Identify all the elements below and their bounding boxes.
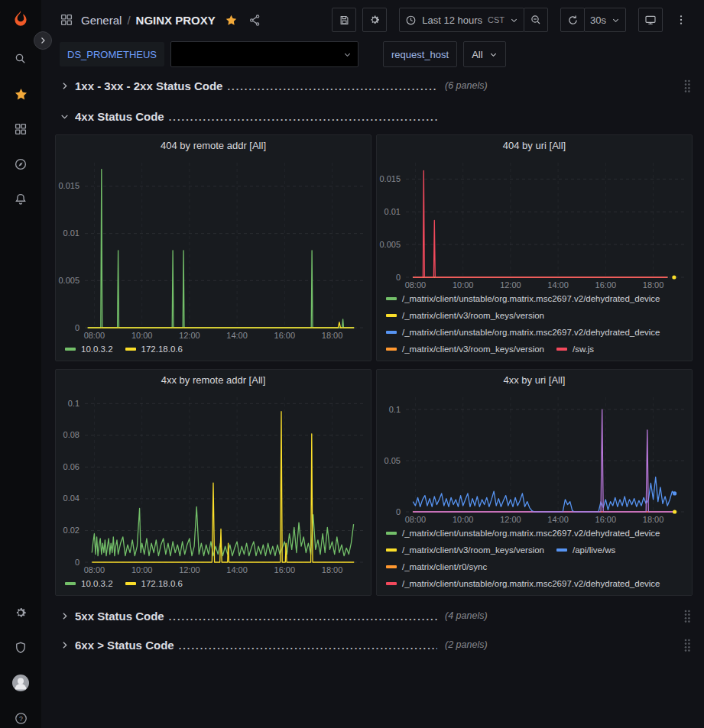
chart-svg[interactable]: 00.020.040.060.080.108:0010:0012:0014:00… (56, 391, 371, 575)
legend-item[interactable]: /sw.js (556, 341, 594, 358)
svg-text:14:00: 14:00 (226, 331, 248, 340)
user-avatar[interactable] (5, 669, 36, 697)
starred-icon[interactable] (5, 80, 36, 108)
main-area: General / NGINX PROXY (41, 0, 704, 655)
svg-text:08:00: 08:00 (405, 280, 427, 290)
chart-svg[interactable]: 00.050.108:0010:0012:0014:0016:0018:00 (377, 391, 692, 525)
save-dashboard-button[interactable] (332, 8, 356, 32)
legend-swatch (386, 297, 397, 300)
svg-text:0: 0 (75, 323, 79, 332)
row-4xx[interactable]: 4xx Status Code ........................… (55, 105, 693, 127)
chevron-right-icon (60, 640, 70, 650)
apps-grid-icon[interactable] (60, 13, 73, 27)
legend-swatch (556, 348, 567, 351)
legend-item[interactable]: /_matrix/client/v3/room_keys/version (386, 307, 544, 324)
breadcrumb-section[interactable]: General (81, 14, 122, 27)
refresh-button[interactable] (560, 8, 585, 32)
panel-title[interactable]: 4xx by uri [All] (377, 370, 692, 391)
alerting-bell-icon[interactable] (5, 186, 36, 213)
request-host-variable-label: request_host (383, 41, 457, 67)
svg-text:0.04: 0.04 (63, 493, 79, 503)
legend-item[interactable]: 172.18.0.6 (125, 575, 183, 592)
legend-item[interactable]: /_matrix/client/unstable/org.matrix.msc2… (386, 324, 660, 341)
chart-svg[interactable]: 00.0050.010.01508:0010:0012:0014:0016:00… (56, 157, 371, 341)
legend-item[interactable]: /_matrix/client/v3/room_keys/version (386, 341, 544, 358)
svg-text:14:00: 14:00 (226, 565, 248, 574)
legend-item[interactable]: 10.0.3.2 (65, 341, 113, 358)
leader-dots: ........................................… (227, 81, 437, 92)
admin-shield-icon[interactable] (5, 634, 36, 662)
legend-swatch (386, 348, 397, 351)
chevron-down-icon (343, 50, 352, 59)
legend-label: /_matrix/client/unstable/org.matrix.msc2… (402, 575, 660, 592)
favorite-star-icon[interactable] (225, 14, 238, 27)
svg-text:0.08: 0.08 (63, 430, 79, 439)
svg-text:0: 0 (75, 558, 79, 567)
svg-text:14:00: 14:00 (547, 280, 569, 290)
legend: 10.0.3.2172.18.0.6 (56, 575, 371, 595)
explore-compass-icon[interactable] (5, 150, 36, 178)
row-drag-handle[interactable] (683, 638, 691, 652)
dashboards-icon[interactable] (5, 115, 36, 143)
svg-text:18:00: 18:00 (322, 565, 343, 574)
legend-item[interactable]: 172.18.0.6 (125, 341, 183, 358)
tv-mode-button[interactable] (638, 8, 663, 32)
legend-item[interactable]: 10.0.3.2 (65, 575, 113, 592)
legend-item[interactable]: /_matrix/client/unstable/org.matrix.msc2… (386, 575, 660, 592)
legend-item[interactable]: /api/live/ws (556, 542, 615, 558)
legend-swatch (386, 565, 397, 568)
svg-text:16:00: 16:00 (595, 280, 617, 290)
row-1xx-3xx-2xx[interactable]: 1xx - 3xx - 2xx Status Code ............… (55, 75, 693, 96)
grafana-logo[interactable] (9, 8, 32, 31)
panel-title[interactable]: 404 by remote addr [All] (56, 135, 371, 157)
legend-item[interactable]: /_matrix/client/unstable/org.matrix.msc2… (386, 525, 660, 542)
chevron-right-icon (60, 611, 70, 621)
svg-text:0.005: 0.005 (379, 240, 401, 249)
legend-swatch (65, 348, 76, 351)
row-5xx[interactable]: 5xx Status Code ........................… (55, 605, 693, 626)
row-6xx[interactable]: 6xx > Status Code ......................… (55, 634, 693, 655)
panel-2: 404 by uri [All]00.0050.010.01508:0010:0… (376, 134, 693, 361)
settings-gear-icon[interactable] (5, 599, 36, 626)
chart-svg[interactable]: 00.0050.010.01508:0010:0012:0014:0016:00… (377, 157, 692, 290)
svg-text:0.1: 0.1 (389, 405, 401, 414)
time-range-picker[interactable]: Last 12 hours CST (399, 8, 524, 32)
row-drag-handle[interactable] (683, 609, 691, 623)
dashboard-title[interactable]: NGINX PROXY (136, 14, 216, 27)
legend-item[interactable]: /_matrix/client/unstable/org.matrix.msc2… (386, 290, 660, 307)
dashboard-settings-button[interactable] (362, 8, 387, 32)
legend-swatch (125, 348, 136, 351)
dashboard-body: 1xx - 3xx - 2xx Status Code ............… (41, 75, 704, 655)
svg-text:18:00: 18:00 (322, 331, 343, 340)
legend-item[interactable]: /_matrix/client/r0/sync (386, 558, 487, 575)
variables-bar: DS_PROMETHEUS request_host All (41, 40, 704, 73)
svg-text:?: ? (19, 714, 23, 722)
svg-text:08:00: 08:00 (405, 515, 427, 524)
help-icon[interactable]: ? (5, 704, 36, 728)
row-panel-count: (2 panels) (445, 639, 488, 650)
zoom-out-button[interactable] (524, 8, 548, 32)
legend-label: 10.0.3.2 (81, 341, 113, 358)
chart-area: 00.0050.010.01508:0010:0012:0014:0016:00… (377, 157, 692, 290)
row-panel-count: (4 panels) (445, 610, 488, 621)
datasource-select[interactable] (170, 41, 358, 67)
top-header: General / NGINX PROXY (41, 0, 704, 40)
svg-text:0.005: 0.005 (58, 276, 79, 285)
legend-label: /_matrix/client/unstable/org.matrix.msc2… (402, 290, 660, 307)
kebab-menu-icon[interactable] (669, 8, 693, 32)
svg-text:18:00: 18:00 (643, 280, 664, 290)
search-icon[interactable] (5, 45, 36, 73)
request-host-select[interactable]: All (463, 41, 505, 67)
datasource-variable-label: DS_PROMETHEUS (60, 42, 164, 66)
panel-title[interactable]: 404 by uri [All] (377, 135, 692, 157)
legend-item[interactable]: /_matrix/client/v3/room_keys/version (386, 542, 544, 558)
share-icon[interactable] (248, 14, 261, 27)
panel-title[interactable]: 4xx by remote addr [All] (56, 370, 371, 391)
row-drag-handle[interactable] (683, 79, 691, 92)
refresh-interval-picker[interactable]: 30s (584, 8, 626, 32)
svg-text:10:00: 10:00 (453, 515, 474, 524)
svg-text:12:00: 12:00 (179, 565, 200, 574)
sidebar-expand-button[interactable] (34, 31, 52, 50)
legend-label: /_matrix/client/v3/room_keys/version (402, 542, 544, 558)
breadcrumb-separator: / (127, 14, 130, 27)
